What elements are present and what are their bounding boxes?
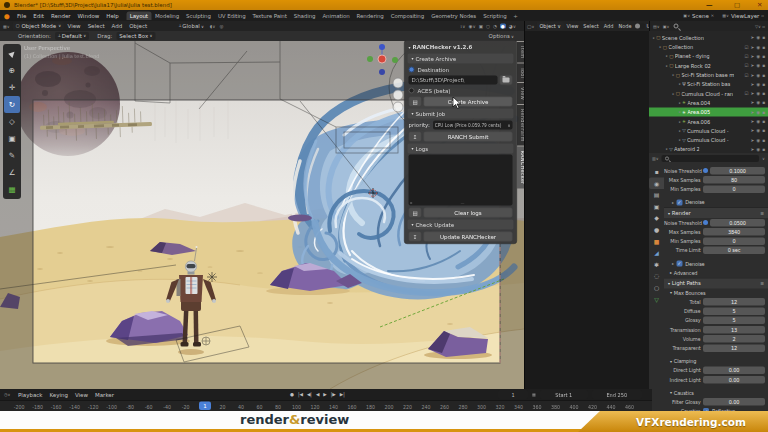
properties-tab-object[interactable]: ■ bbox=[649, 236, 664, 248]
property-row-transparent[interactable]: Transparent12 bbox=[664, 344, 768, 353]
submit-icon-button[interactable]: ↥ bbox=[409, 132, 422, 142]
transport-icon-2[interactable]: ◀| bbox=[307, 392, 312, 397]
property-row-volume[interactable]: Volume2 bbox=[664, 334, 768, 343]
viewport-menu-object[interactable]: Object bbox=[126, 23, 151, 30]
outliner-row[interactable]: ▸▢Large Rock 02☑➤◉▪ bbox=[649, 61, 768, 70]
scene-unlink-icon[interactable]: ✕ bbox=[711, 13, 714, 18]
checkbox-icon[interactable]: ☑ bbox=[745, 54, 749, 59]
outliner-row[interactable]: ▸✳Area.004➤◉▪ bbox=[649, 98, 768, 107]
outliner-row[interactable]: ▸✳Area.006➤◉▪ bbox=[649, 117, 768, 126]
minimize-button[interactable]: — bbox=[706, 0, 713, 10]
properties-tab-world[interactable]: ● bbox=[649, 224, 664, 236]
outliner-search-icon[interactable] bbox=[673, 24, 678, 29]
properties-tab-particles[interactable]: ✱ bbox=[649, 259, 664, 271]
update-icon-button[interactable]: ↧ bbox=[409, 232, 422, 242]
proportional-icon[interactable]: ◎ bbox=[219, 24, 223, 29]
timeline-menu-keying[interactable]: Keying bbox=[46, 391, 71, 398]
subsection-advanced[interactable]: ▸Advanced bbox=[664, 268, 768, 277]
outliner-display-icon[interactable]: ▣∨ bbox=[663, 24, 670, 29]
shader-menu-view[interactable]: View bbox=[564, 23, 581, 29]
check-update-section[interactable]: ▾Check Update bbox=[408, 220, 514, 230]
checkbox-icon[interactable]: ☑ bbox=[745, 91, 749, 96]
property-row-noise-threshold[interactable]: Noise Threshold0.1000 bbox=[664, 166, 768, 175]
camera-icon[interactable]: ▪ bbox=[762, 137, 765, 142]
properties-tab-tool[interactable]: ▪ bbox=[649, 166, 664, 178]
workspace-tab-scripting[interactable]: Scripting bbox=[480, 11, 511, 20]
checkbox-icon[interactable]: ☑ bbox=[745, 63, 749, 68]
camera-icon[interactable]: ▪ bbox=[762, 72, 765, 77]
blender-menu-icon[interactable]: ⬤ bbox=[0, 13, 14, 19]
field-value[interactable]: 5 bbox=[703, 307, 765, 315]
field-value[interactable]: 12 bbox=[703, 344, 765, 352]
eye-icon[interactable]: ◉ bbox=[756, 91, 760, 96]
select-icon[interactable]: ➤ bbox=[751, 82, 755, 87]
expand-icon[interactable]: ▸ bbox=[653, 36, 655, 40]
viewport-menu-select[interactable]: Select bbox=[84, 23, 108, 30]
camera-icon[interactable]: ▪ bbox=[762, 91, 765, 96]
field-value[interactable]: 0.00 bbox=[703, 367, 765, 375]
eye-icon[interactable]: ◉ bbox=[756, 63, 760, 68]
eye-icon[interactable]: ◉ bbox=[756, 128, 760, 133]
field-value[interactable]: 5 bbox=[703, 317, 765, 325]
shader-editor-body[interactable] bbox=[524, 31, 649, 389]
eye-icon[interactable]: ◉ bbox=[756, 82, 760, 87]
camera-icon[interactable]: ▪ bbox=[762, 110, 765, 115]
tool-button-3[interactable]: ↻ bbox=[4, 96, 20, 113]
select-icon[interactable]: ➤ bbox=[751, 128, 755, 133]
outliner-row[interactable]: ▸▽Cumulus Cloud -➤◉▪ bbox=[649, 135, 768, 144]
shader-menu-node[interactable]: Node bbox=[616, 23, 634, 29]
field-value[interactable]: 0.0500 bbox=[710, 219, 765, 227]
workspace-tab-rendering[interactable]: Rendering bbox=[353, 11, 387, 20]
select-icon[interactable]: ➤ bbox=[751, 100, 755, 105]
eye-icon[interactable]: ◉ bbox=[756, 137, 760, 142]
current-frame-field[interactable]: 1 bbox=[498, 390, 528, 399]
tool-button-7[interactable]: ∠ bbox=[4, 164, 20, 181]
timeline-ruler[interactable]: -200-180-160-140-120-100-80-60-40-202040… bbox=[0, 400, 652, 411]
properties-tab-viewlayer[interactable]: ▣ bbox=[649, 201, 664, 213]
end-frame-field[interactable]: End 250 bbox=[592, 390, 642, 399]
outliner-row[interactable]: ▸▽Cumulus Cloud -➤◉▪ bbox=[649, 126, 768, 135]
menu-icon[interactable]: ☰ bbox=[761, 281, 764, 286]
property-row-max-samples[interactable]: Max Samples80 bbox=[664, 175, 768, 184]
select-icon[interactable]: ➤ bbox=[751, 147, 755, 152]
editor-type-icon[interactable]: ▦∨ bbox=[0, 24, 13, 29]
properties-editor-icon[interactable]: ▥∨ bbox=[649, 156, 662, 161]
expand-icon[interactable]: ▸ bbox=[679, 82, 681, 86]
checkbox-icon[interactable]: ☑ bbox=[745, 72, 749, 77]
field-value[interactable]: 0 bbox=[703, 185, 765, 193]
transport-icon-4[interactable]: ▶ bbox=[323, 392, 326, 397]
timeline-menu-playback[interactable]: Playback bbox=[14, 391, 46, 398]
select-icon[interactable]: ➤ bbox=[751, 110, 755, 115]
xray-icon[interactable]: ▣ bbox=[479, 24, 483, 29]
transport-icon-0[interactable]: ● bbox=[290, 392, 294, 397]
topbar-menu-edit[interactable]: Edit bbox=[30, 12, 48, 19]
viewlayer-new-icon[interactable]: ▫ bbox=[761, 13, 764, 18]
shading-solid-icon[interactable]: ◔ bbox=[493, 24, 497, 29]
field-value[interactable]: 0 bbox=[703, 237, 765, 245]
outliner-row[interactable]: ▸▢Sci-Fi Station base m☑➤◉▪ bbox=[649, 70, 768, 79]
eye-icon[interactable]: ◉ bbox=[756, 54, 760, 59]
field-value[interactable]: 13 bbox=[703, 326, 765, 334]
field-value[interactable]: 3840 bbox=[703, 228, 765, 236]
expand-icon[interactable]: ▸ bbox=[679, 101, 681, 105]
topbar-menu-window[interactable]: Window bbox=[74, 12, 103, 19]
transport-icon-6[interactable]: ▶| bbox=[340, 392, 345, 397]
outliner-row[interactable]: ▸ΨSci-Fi Station bas➤◉▪ bbox=[649, 79, 768, 88]
add-workspace-button[interactable]: + bbox=[510, 12, 521, 19]
overlays-icon[interactable]: ◉∨ bbox=[469, 24, 476, 29]
expand-icon[interactable]: ▸ bbox=[666, 64, 668, 68]
orientation-dropdown[interactable]: ⟂Global∨ bbox=[179, 23, 204, 30]
properties-tab-constraint[interactable]: ○ bbox=[649, 282, 664, 294]
section-header-light-paths[interactable]: ▾Light Paths☰ bbox=[664, 277, 768, 288]
select-icon[interactable]: ➤ bbox=[751, 91, 755, 96]
checkbox-row-denoise[interactable]: ▸✓Denoise bbox=[664, 198, 768, 207]
clear-logs-icon-button[interactable]: ▤ bbox=[409, 208, 422, 218]
shader-menu-select[interactable]: Select bbox=[581, 23, 601, 29]
menu-icon[interactable]: ☰ bbox=[761, 211, 764, 216]
transport-icon-5[interactable]: |▶ bbox=[331, 392, 336, 397]
workspace-tab-geometry-nodes[interactable]: Geometry Nodes bbox=[428, 11, 480, 20]
eye-icon[interactable]: ◉ bbox=[756, 35, 760, 40]
property-row-time-limit[interactable]: Time Limit0 sec bbox=[664, 246, 768, 255]
property-row-total[interactable]: Total12 bbox=[664, 297, 768, 306]
logs-section[interactable]: ▾Logs bbox=[408, 144, 514, 154]
